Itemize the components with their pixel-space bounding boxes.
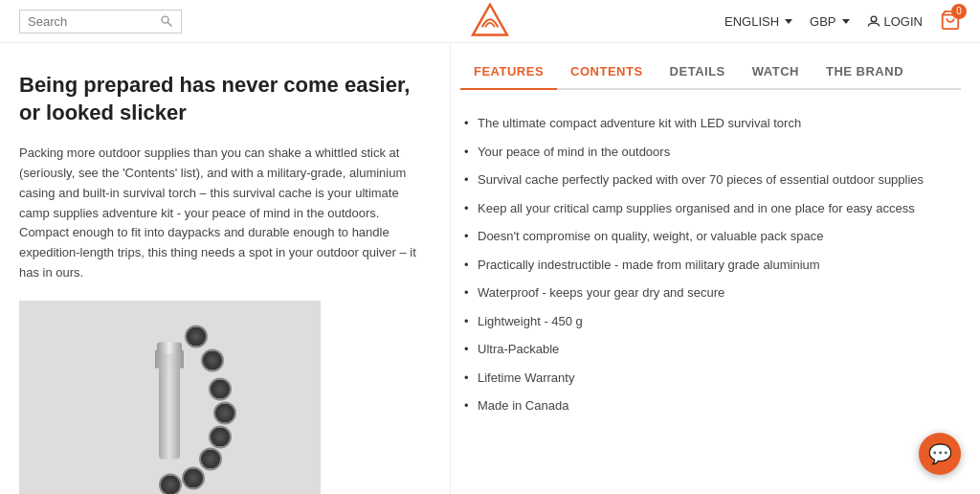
logo[interactable] [470, 2, 510, 41]
currency-selector[interactable]: GBP [810, 14, 849, 29]
currency-chevron-icon [842, 19, 850, 24]
svg-point-3 [871, 16, 877, 22]
search-bar[interactable] [19, 10, 182, 34]
user-icon [867, 14, 880, 28]
main-content: Being prepared has never come easier, or… [0, 43, 980, 494]
cart-badge: 0 [951, 4, 967, 19]
list-item: The ultimate compact adventure kit with … [460, 109, 961, 138]
list-item: Practically indestructible - made from m… [460, 251, 961, 280]
list-item: Ultra-Packable [460, 335, 961, 364]
list-item: Doesn't compromise on quality, weight, o… [460, 222, 961, 251]
list-item: Survival cache perfectly packed with ove… [460, 166, 961, 194]
tab-details[interactable]: DETAILS [657, 56, 739, 90]
svg-line-1 [167, 22, 171, 26]
brand-logo [470, 2, 510, 38]
language-selector[interactable]: ENGLISH [724, 14, 792, 29]
list-item: Waterproof - keeps your gear dry and sec… [460, 279, 961, 307]
product-tabs: FEATURES CONTENTS DETAILS WATCH THE BRAN… [460, 43, 961, 90]
svg-point-0 [162, 16, 168, 23]
tab-watch[interactable]: WATCH [739, 56, 813, 90]
search-icon [160, 14, 173, 28]
left-panel: Being prepared has never come easier, or… [0, 43, 440, 494]
search-input[interactable] [28, 14, 160, 29]
tab-features[interactable]: FEATURES [460, 56, 557, 90]
cart-button[interactable]: 0 [940, 10, 961, 34]
features-list: The ultimate compact adventure kit with … [460, 109, 961, 420]
right-panel: FEATURES CONTENTS DETAILS WATCH THE BRAN… [450, 43, 980, 494]
video-frame [19, 301, 321, 494]
tab-the-brand[interactable]: THE BRAND [813, 56, 917, 90]
chat-button[interactable]: 💬 [919, 433, 961, 475]
header: ENGLISH GBP LOGIN 0 [0, 0, 980, 43]
login-button[interactable]: LOGIN [867, 14, 923, 29]
list-item: Your peace of mind in the outdoors [460, 138, 961, 167]
list-item: Made in Canada [460, 392, 961, 420]
chat-icon: 💬 [928, 442, 952, 465]
video-player[interactable]: ▶ 0:00 / 0:08 🔊 ⛶ ⋮ [19, 301, 321, 494]
tab-contents[interactable]: CONTENTS [557, 56, 657, 90]
page-title: Being prepared has never come easier, or… [19, 72, 421, 126]
header-right: ENGLISH GBP LOGIN 0 [724, 10, 961, 34]
language-label: ENGLISH [724, 14, 779, 29]
page-description: Packing more outdoor supplies than you c… [19, 144, 421, 283]
login-label: LOGIN [884, 14, 923, 29]
list-item: Lifetime Warranty [460, 364, 961, 393]
language-chevron-icon [785, 19, 792, 24]
list-item: Lightweight - 450 g [460, 307, 961, 336]
product-image [113, 315, 228, 494]
currency-label: GBP [810, 14, 835, 29]
list-item: Keep all your critical camp supplies org… [460, 194, 961, 223]
